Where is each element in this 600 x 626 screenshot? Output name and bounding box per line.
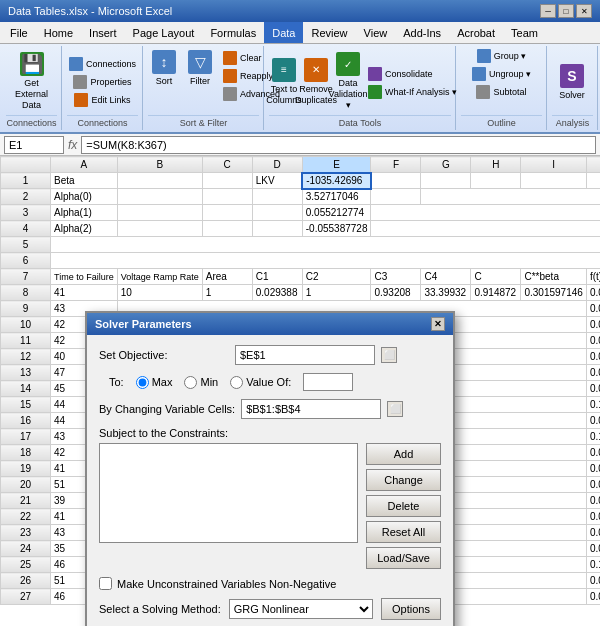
table-row: 5 bbox=[1, 237, 601, 253]
cell-e2[interactable]: 3.52717046 bbox=[302, 189, 371, 205]
cell-f4-k4 bbox=[371, 221, 600, 237]
max-radio[interactable] bbox=[136, 376, 149, 389]
cell-a2[interactable]: Alpha(0) bbox=[51, 189, 118, 205]
col-header-h[interactable]: H bbox=[471, 157, 521, 173]
row-num-2: 2 bbox=[1, 189, 51, 205]
col-header-a[interactable]: A bbox=[51, 157, 118, 173]
cell-h1[interactable] bbox=[471, 173, 521, 189]
cell-e4[interactable]: -0.055387728 bbox=[302, 221, 371, 237]
load-save-button[interactable]: Load/Save bbox=[366, 547, 441, 569]
col-header-d[interactable]: D bbox=[252, 157, 302, 173]
cell-b4[interactable] bbox=[117, 221, 202, 237]
remove-dup-icon: ✕ bbox=[304, 58, 328, 82]
menu-view[interactable]: View bbox=[356, 22, 396, 43]
sort-button[interactable]: ↕ Sort bbox=[148, 48, 180, 88]
unconstrained-label: Make Unconstrained Variables Non-Negativ… bbox=[117, 578, 336, 590]
col-header-e[interactable]: E bbox=[302, 157, 371, 173]
what-if-button[interactable]: What-If Analysis ▾ bbox=[365, 84, 460, 100]
cell-i1[interactable] bbox=[521, 173, 586, 189]
cell-d1[interactable]: LKV bbox=[252, 173, 302, 189]
valueof-radio[interactable] bbox=[230, 376, 243, 389]
spreadsheet[interactable]: A B C D E F G H I J K 1 bbox=[0, 156, 600, 626]
filter-button[interactable]: ▽ Filter bbox=[184, 48, 216, 88]
min-radio[interactable] bbox=[184, 376, 197, 389]
subtotal-button[interactable]: Subtotal bbox=[473, 84, 529, 100]
change-constraint-button[interactable]: Change bbox=[366, 469, 441, 491]
cell-c2[interactable] bbox=[202, 189, 252, 205]
col-header-f[interactable]: F bbox=[371, 157, 421, 173]
cell-c3[interactable] bbox=[202, 205, 252, 221]
menu-review[interactable]: Review bbox=[303, 22, 355, 43]
menu-file[interactable]: File bbox=[2, 22, 36, 43]
get-external-data-button[interactable]: 💾 Get ExternalData bbox=[6, 50, 57, 112]
add-constraint-button[interactable]: Add bbox=[366, 443, 441, 465]
objective-input[interactable] bbox=[235, 345, 375, 365]
cell-a4[interactable]: Alpha(2) bbox=[51, 221, 118, 237]
cell-a3[interactable]: Alpha(1) bbox=[51, 205, 118, 221]
sort-filter-group-label: Sort & Filter bbox=[148, 115, 259, 128]
remove-duplicates-button[interactable]: ✕ RemoveDuplicates bbox=[301, 56, 331, 108]
col-header-j[interactable]: J bbox=[586, 157, 600, 173]
ungroup-button[interactable]: Ungroup ▾ bbox=[469, 66, 534, 82]
solving-method-select[interactable]: GRG Nonlinear Simplex LP Evolutionary bbox=[229, 599, 373, 619]
menu-team[interactable]: Team bbox=[503, 22, 546, 43]
cell-g1[interactable] bbox=[421, 173, 471, 189]
cell-f2[interactable] bbox=[371, 189, 421, 205]
row-num-5: 5 bbox=[1, 237, 51, 253]
unconstrained-checkbox[interactable] bbox=[99, 577, 112, 590]
cell-d2[interactable] bbox=[252, 189, 302, 205]
cell-c4[interactable] bbox=[202, 221, 252, 237]
constraints-section: Subject to the Constraints: Add Change D… bbox=[99, 427, 441, 569]
connections-button[interactable]: Connections bbox=[66, 56, 139, 72]
cell-d3[interactable] bbox=[252, 205, 302, 221]
solver-icon: S bbox=[560, 64, 584, 88]
close-button[interactable]: ✕ bbox=[576, 4, 592, 18]
menu-addins[interactable]: Add-Ins bbox=[395, 22, 449, 43]
cell-b3[interactable] bbox=[117, 205, 202, 221]
solver-dialog-title: Solver Parameters ✕ bbox=[87, 313, 453, 335]
changing-cells-input[interactable] bbox=[241, 399, 381, 419]
menu-formulas[interactable]: Formulas bbox=[202, 22, 264, 43]
valueof-radio-label[interactable]: Value Of: bbox=[230, 376, 291, 389]
cell-d4[interactable] bbox=[252, 221, 302, 237]
group-button[interactable]: Group ▾ bbox=[474, 48, 530, 64]
objective-expand-button[interactable]: ⬜ bbox=[381, 347, 397, 363]
edit-links-button[interactable]: Edit Links bbox=[71, 92, 133, 108]
cell-reference-input[interactable] bbox=[4, 136, 64, 154]
menu-acrobat[interactable]: Acrobat bbox=[449, 22, 503, 43]
changing-cells-expand-button[interactable]: ⬜ bbox=[387, 401, 403, 417]
cell-j1[interactable] bbox=[586, 173, 600, 189]
cell-e3[interactable]: 0.055212774 bbox=[302, 205, 371, 221]
cell-c1[interactable] bbox=[202, 173, 252, 189]
menu-home[interactable]: Home bbox=[36, 22, 81, 43]
col-header-g[interactable]: G bbox=[421, 157, 471, 173]
col-header-b[interactable]: B bbox=[117, 157, 202, 173]
solver-button[interactable]: S Solver bbox=[552, 62, 592, 102]
subtotal-icon bbox=[476, 85, 490, 99]
menu-data[interactable]: Data bbox=[264, 22, 303, 43]
menu-page-layout[interactable]: Page Layout bbox=[125, 22, 203, 43]
what-if-icon bbox=[368, 85, 382, 99]
col-header-c[interactable]: C bbox=[202, 157, 252, 173]
cell-e1[interactable]: -1035.42696 bbox=[302, 173, 371, 189]
properties-button[interactable]: Properties bbox=[70, 74, 134, 90]
value-of-input[interactable] bbox=[303, 373, 353, 391]
cell-f1[interactable] bbox=[371, 173, 421, 189]
consolidate-button[interactable]: Consolidate bbox=[365, 66, 460, 82]
constraints-label: Subject to the Constraints: bbox=[99, 427, 441, 439]
formula-input[interactable] bbox=[81, 136, 596, 154]
menu-insert[interactable]: Insert bbox=[81, 22, 125, 43]
min-radio-label[interactable]: Min bbox=[184, 376, 218, 389]
cell-a1[interactable]: Beta bbox=[51, 173, 118, 189]
solver-dialog-close-button[interactable]: ✕ bbox=[431, 317, 445, 331]
reset-all-button[interactable]: Reset All bbox=[366, 521, 441, 543]
max-radio-label[interactable]: Max bbox=[136, 376, 173, 389]
minimize-button[interactable]: ─ bbox=[540, 4, 556, 18]
cell-b2[interactable] bbox=[117, 189, 202, 205]
options-button[interactable]: Options bbox=[381, 598, 441, 620]
delete-constraint-button[interactable]: Delete bbox=[366, 495, 441, 517]
cell-b1[interactable] bbox=[117, 173, 202, 189]
col-header-i[interactable]: I bbox=[521, 157, 586, 173]
restore-button[interactable]: □ bbox=[558, 4, 574, 18]
data-validation-button[interactable]: ✓ Data Validation ▾ bbox=[333, 50, 363, 112]
